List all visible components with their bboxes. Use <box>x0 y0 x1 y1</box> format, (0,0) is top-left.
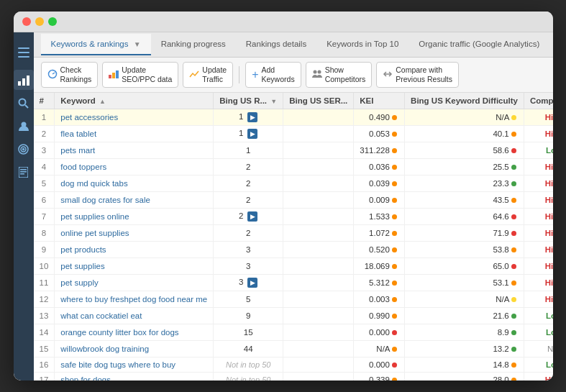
row-competition: High <box>524 191 552 208</box>
svg-rect-14 <box>20 171 27 173</box>
add-tab-button[interactable]: + <box>549 32 552 57</box>
row-kei: 0.039 <box>354 175 405 191</box>
row-competition: High <box>524 291 552 307</box>
row-rank: 2 <box>214 224 283 241</box>
sidebar-item-rankings[interactable] <box>14 70 34 90</box>
minimize-button[interactable] <box>35 17 44 26</box>
table-row: 17shop for dogsNot in top 500.339 28.0 H… <box>34 372 553 380</box>
update-seo-icon <box>109 69 119 81</box>
row-rank: 3 <box>214 257 283 274</box>
tab-ranking-progress[interactable]: Ranking progress <box>151 34 236 55</box>
compare-results-button[interactable]: Compare withPrevious Results <box>376 62 459 87</box>
row-keyword[interactable]: flea tablet <box>55 125 214 142</box>
row-difficulty: N/A <box>405 109 524 125</box>
row-keyword[interactable]: small dog crates for sale <box>55 191 214 208</box>
col-kei[interactable]: KEI <box>354 93 405 109</box>
rank-arrow[interactable]: ▶ <box>247 278 257 288</box>
row-kei: 0.339 <box>354 372 405 380</box>
row-kei: 1.533 <box>354 208 405 224</box>
col-keyword[interactable]: Keyword ▲ <box>55 93 214 109</box>
row-rank: 1 <box>214 142 283 158</box>
row-keyword[interactable]: pet accessories <box>55 109 214 125</box>
row-rank: Not in top 50 <box>214 372 283 380</box>
competitors-icon <box>312 69 322 81</box>
svg-point-6 <box>19 99 26 105</box>
update-traffic-button[interactable]: UpdateTraffic <box>183 62 233 87</box>
sidebar-item-search[interactable] <box>14 93 34 113</box>
table-row: 5dog md quick tabs20.039 23.3 High🔗www.p… <box>34 175 553 191</box>
rank-arrow[interactable]: ▶ <box>247 112 257 122</box>
tab-rankings-details[interactable]: Rankings details <box>236 34 316 55</box>
svg-point-21 <box>317 70 321 73</box>
sidebar-item-reports[interactable] <box>14 162 34 182</box>
row-difficulty: 25.5 <box>405 158 524 175</box>
table-row: 10pet supplies318.069 65.0 High🔗www.pets… <box>34 257 553 274</box>
separator-1 <box>239 66 239 83</box>
svg-point-10 <box>21 147 26 152</box>
col-bing-ser[interactable]: Bing US SER... <box>283 93 354 109</box>
row-keyword[interactable]: pet supply <box>55 274 214 291</box>
row-keyword[interactable]: orange county litter box for dogs <box>55 324 214 340</box>
row-kei: 0.000 <box>354 324 405 340</box>
row-keyword[interactable]: food toppers <box>55 158 214 175</box>
svg-point-9 <box>19 145 28 154</box>
row-num: 14 <box>34 324 55 340</box>
svg-point-20 <box>313 70 316 73</box>
row-num: 2 <box>34 125 55 142</box>
row-rank: Not in top 50 <box>214 357 283 372</box>
table-row: 4food toppers20.036 25.5 High🔗www.petsma… <box>34 158 553 175</box>
tab-keywords-top10[interactable]: Keywords in Top 10 <box>316 34 408 55</box>
row-keyword[interactable]: shop for dogs <box>55 372 214 380</box>
table-row: 3pets mart1311.228 58.6 Low🔗www.petsmart… <box>34 142 553 158</box>
row-rank: 2 <box>214 191 283 208</box>
add-icon: + <box>252 68 258 81</box>
row-kei: 0.003 <box>354 291 405 307</box>
col-difficulty[interactable]: Bing US Keyword Difficulty <box>405 93 524 109</box>
row-num: 12 <box>34 291 55 307</box>
svg-line-7 <box>25 105 28 108</box>
row-keyword[interactable]: safe bite dog tugs where to buy <box>55 357 214 372</box>
row-kei: 0.490 <box>354 109 405 125</box>
svg-rect-2 <box>18 56 29 58</box>
row-difficulty: N/A <box>405 291 524 307</box>
row-keyword[interactable]: willowbrook dog training <box>55 340 214 357</box>
row-kei: 0.036 <box>354 158 405 175</box>
tab-keywords-rankings[interactable]: Keywords & rankings ▼ <box>41 34 151 55</box>
row-keyword[interactable]: dog md quick tabs <box>55 175 214 191</box>
tab-organic-traffic[interactable]: Organic traffic (Google Analytics) <box>408 34 549 55</box>
row-num: 4 <box>34 158 55 175</box>
check-rankings-button[interactable]: CheckRankings <box>41 62 99 87</box>
row-keyword[interactable]: pet supplies <box>55 257 214 274</box>
row-keyword[interactable]: pets mart <box>55 142 214 158</box>
row-competition: High <box>524 257 552 274</box>
row-keyword[interactable]: what can cockatiel eat <box>55 307 214 324</box>
rank-arrow[interactable]: ▶ <box>247 129 257 139</box>
add-keywords-button[interactable]: + AddKeywords <box>245 62 301 87</box>
tabs-row: Keywords & rankings ▼ Ranking progress R… <box>34 32 553 58</box>
row-kei: 0.520 <box>354 241 405 257</box>
maximize-button[interactable] <box>48 17 57 26</box>
rank-arrow[interactable]: ▶ <box>247 211 257 222</box>
row-competition: High <box>524 109 552 125</box>
row-competition: Low <box>524 142 552 158</box>
row-keyword[interactable]: online pet supplies <box>55 224 214 241</box>
svg-rect-18 <box>112 73 115 78</box>
row-ser <box>283 191 354 208</box>
row-difficulty: 8.9 <box>405 324 524 340</box>
sidebar-item-menu[interactable] <box>14 42 34 63</box>
sidebar-item-target[interactable] <box>14 139 34 159</box>
row-keyword[interactable]: where to buy freshpet dog food near me <box>55 291 214 307</box>
col-bing-rank[interactable]: Bing US R... ▼ <box>214 93 283 109</box>
row-keyword[interactable]: pet supplies online <box>55 208 214 224</box>
row-keyword[interactable]: pet products <box>55 241 214 257</box>
row-kei: 0.000 <box>354 357 405 372</box>
update-traffic-icon <box>189 69 199 81</box>
svg-rect-15 <box>20 173 24 175</box>
row-rank: 2 <box>214 175 283 191</box>
show-competitors-button[interactable]: ShowCompetitors <box>306 62 373 87</box>
sidebar-item-user[interactable] <box>14 116 34 136</box>
svg-rect-0 <box>18 47 29 49</box>
col-competition[interactable]: Competition <box>524 93 552 109</box>
close-button[interactable] <box>22 17 31 26</box>
update-seo-button[interactable]: UpdateSEO/PPC data <box>102 62 178 87</box>
